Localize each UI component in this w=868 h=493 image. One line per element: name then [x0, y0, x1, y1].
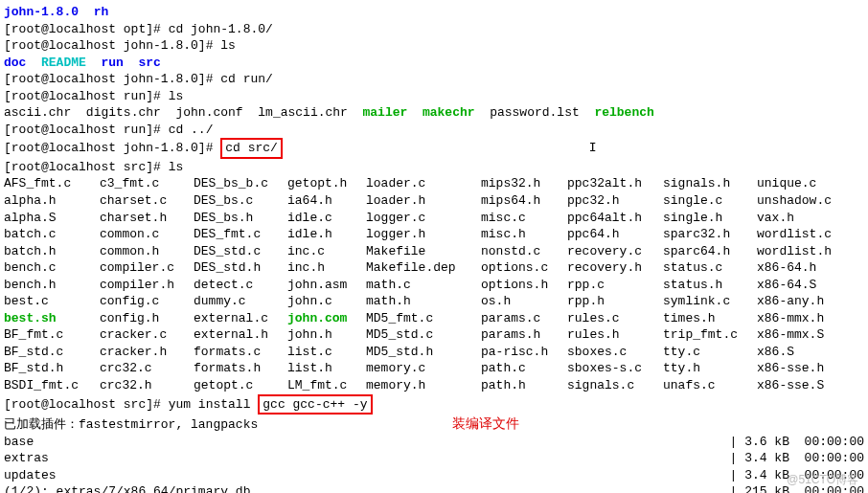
file-item: DES_std.c: [194, 243, 287, 260]
file-item: DES_std.h: [194, 259, 287, 277]
file-item: LM_fmt.c: [287, 377, 366, 394]
file-item: config.h: [100, 310, 194, 327]
list-row: BF_std.ccracker.hformats.clist.cMD5_std.…: [4, 344, 864, 361]
file-item: ppc32.h: [567, 192, 663, 210]
file-item: crc32.h: [100, 377, 194, 394]
list-row: batch.ccommon.cDES_fmt.cidle.hlogger.hmi…: [4, 226, 864, 243]
file-item: ppc64.h: [567, 226, 663, 243]
file-item: logger.h: [366, 226, 481, 243]
file-item: external.c: [194, 310, 287, 327]
file-item: ppc64alt.h: [567, 210, 663, 227]
file-item: x86-sse.S: [757, 377, 824, 394]
file-item: rpp.h: [567, 293, 663, 310]
file-item: vax.h: [757, 210, 794, 227]
file-item: params.c: [481, 310, 567, 327]
yum-repo-line: base| 3.6 kB 00:00:00: [4, 434, 864, 451]
file-item: john.c: [287, 293, 366, 310]
file-item: list.c: [287, 344, 366, 361]
dir-listing-opt: john-1.8.0 rh: [4, 4, 864, 21]
file-item: tty.c: [663, 344, 757, 361]
file-item: memory.h: [366, 377, 481, 394]
file-item: math.h: [366, 293, 481, 310]
file-item: status.h: [663, 277, 757, 294]
file-item: batch.c: [4, 226, 100, 243]
file-item: best.c: [4, 293, 100, 310]
file-item: misc.h: [481, 226, 567, 243]
file-item: john.asm: [287, 277, 366, 294]
terminal-output[interactable]: john-1.8.0 rh [root@localhost opt]# cd j…: [4, 4, 864, 493]
file-item: status.c: [663, 259, 757, 277]
file-item: common.c: [100, 226, 194, 243]
file-item: MD5_std.c: [366, 326, 481, 344]
file-item: signals.h: [663, 175, 757, 192]
list-row: bench.hcompiler.hdetect.cjohn.asmmath.co…: [4, 277, 864, 294]
file-item: formats.h: [194, 360, 287, 377]
prompt-line: [root@localhost john-1.8.0]# cd src/ I: [4, 138, 864, 159]
file-item: getopt.h: [287, 175, 366, 192]
file-item: rpp.c: [567, 277, 663, 294]
file-item: BF_fmt.c: [4, 326, 100, 344]
file-item: inc.h: [287, 259, 366, 277]
file-item: params.h: [481, 326, 567, 344]
list-row: alpha.Scharset.hDES_bs.hidle.clogger.cmi…: [4, 210, 864, 227]
list-row: AFS_fmt.cc3_fmt.cDES_bs_b.cgetopt.hloade…: [4, 175, 864, 192]
list-row: batch.hcommon.hDES_std.cinc.cMakefilenon…: [4, 243, 864, 260]
file-item: alpha.h: [4, 192, 100, 210]
file-item: BSDI_fmt.c: [4, 377, 100, 394]
file-item: batch.h: [4, 243, 100, 260]
file-item: alpha.S: [4, 210, 100, 227]
file-item: common.h: [100, 243, 194, 260]
file-item: unique.c: [757, 175, 816, 192]
file-item: path.h: [481, 377, 567, 394]
list-row: BSDI_fmt.ccrc32.hgetopt.cLM_fmt.cmemory.…: [4, 377, 864, 394]
prompt-line: [root@localhost john-1.8.0]# ls: [4, 37, 864, 55]
file-item: getopt.c: [194, 377, 287, 394]
file-item: compiler.c: [100, 259, 194, 277]
file-item: unafs.c: [663, 377, 757, 394]
file-item: rules.h: [567, 326, 663, 344]
file-item: trip_fmt.c: [663, 326, 757, 344]
text-cursor-icon: I: [589, 140, 597, 154]
file-item: list.h: [287, 360, 366, 377]
file-item: BF_std.c: [4, 344, 100, 361]
file-item: sparc32.h: [663, 226, 757, 243]
file-item: wordlist.c: [757, 226, 832, 243]
list-row: BF_std.hcrc32.cformats.hlist.hmemory.cpa…: [4, 360, 864, 377]
file-item: x86-mmx.h: [757, 310, 824, 327]
dir-listing-src: AFS_fmt.cc3_fmt.cDES_bs_b.cgetopt.hloade…: [4, 175, 864, 393]
file-item: formats.c: [194, 344, 287, 361]
file-item: ia64.h: [287, 192, 366, 210]
file-item: rules.c: [567, 310, 663, 327]
file-item: path.c: [481, 360, 567, 377]
file-item: mips64.h: [481, 192, 567, 210]
file-item: unshadow.c: [757, 192, 832, 210]
yum-repo-line: extras| 3.4 kB 00:00:00: [4, 450, 864, 467]
list-row: bench.ccompiler.cDES_std.hinc.hMakefile.…: [4, 259, 864, 277]
prompt-line: [root@localhost john-1.8.0]# cd run/: [4, 71, 864, 88]
file-item: x86-sse.h: [757, 360, 824, 377]
file-item: sparc64.h: [663, 243, 757, 260]
prompt-line: [root@localhost src]# ls: [4, 159, 864, 176]
list-row: BF_fmt.ccracker.cexternal.hjohn.hMD5_std…: [4, 326, 864, 344]
file-item: mips32.h: [481, 175, 567, 192]
yum-plugins: 已加载插件：fastestmirror, langpacks 装编译文件: [4, 415, 864, 434]
file-item: sboxes.c: [567, 344, 663, 361]
file-item: options.h: [481, 277, 567, 294]
list-row: alpha.hcharset.cDES_bs.cia64.hloader.hmi…: [4, 192, 864, 210]
file-item: MD5_std.h: [366, 344, 481, 361]
file-item: x86-any.h: [757, 293, 824, 310]
yum-repo-line: updates| 3.4 kB 00:00:00: [4, 467, 864, 484]
file-item: x86.S: [757, 344, 794, 361]
file-item: DES_bs.h: [194, 210, 287, 227]
list-row: best.cconfig.cdummy.cjohn.cmath.hos.hrpp…: [4, 293, 864, 310]
file-item: best.sh: [4, 310, 100, 327]
file-item: c3_fmt.c: [100, 175, 194, 192]
dir-listing-run: ascii.chr digits.chr john.conf lm_ascii.…: [4, 104, 864, 122]
file-item: misc.c: [481, 210, 567, 227]
file-item: ppc32alt.h: [567, 175, 663, 192]
file-item: sboxes-s.c: [567, 360, 663, 377]
file-item: john.h: [287, 326, 366, 344]
file-item: options.c: [481, 259, 567, 277]
file-item: logger.c: [366, 210, 481, 227]
file-item: pa-risc.h: [481, 344, 567, 361]
